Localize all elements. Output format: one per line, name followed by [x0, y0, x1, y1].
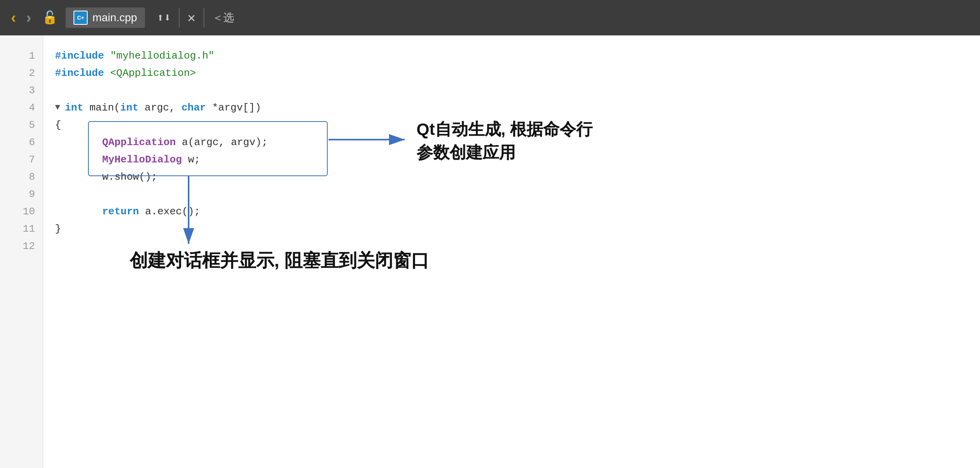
titlebar: ‹ › 🔓 C+ main.cpp ⬆⬇ ✕ ＜选 [0, 0, 980, 35]
line-num-11: 11 [23, 220, 35, 238]
qapplication-class: QApplication [102, 134, 176, 151]
line-num-12: 12 [23, 238, 35, 255]
forward-button[interactable]: › [23, 10, 35, 25]
exec-call: a.exec(); [145, 203, 200, 220]
lock-icon: 🔓 [42, 10, 58, 26]
bottom-annotation-text: 创建对话框并显示, 阻塞直到关闭窗口 [130, 248, 429, 273]
divider [179, 8, 180, 28]
editor-main: 1 2 3 4 5 6 7 8 9 10 11 12 #include "myh… [0, 35, 980, 468]
myhellodialog-class: MyHelloDialog [102, 151, 182, 168]
code-line-9 [55, 186, 980, 203]
code-area: #include "myhellodialog.h" #include <QAp… [43, 35, 980, 468]
brace-open: { [55, 116, 61, 134]
w-instance: w; [188, 151, 200, 168]
filename-label: main.cpp [92, 11, 137, 24]
code-line-4: ▼ int main(int argc, char *argv[]) [55, 99, 980, 116]
code-line-10: return a.exec(); [55, 203, 980, 220]
argc-param: argc, [145, 99, 175, 116]
close-button[interactable]: ✕ [187, 9, 195, 26]
code-line-11: } [55, 220, 980, 238]
char-keyword: char [182, 99, 206, 116]
line-num-9: 9 [29, 186, 35, 203]
code-line-8: w.show(); [55, 168, 980, 186]
include-path-1: "myhellodialog.h" [110, 47, 214, 64]
nav-buttons: ‹ › [8, 10, 34, 25]
back-button[interactable]: ‹ [8, 10, 19, 25]
include-keyword-2: #include [55, 64, 104, 82]
include-path-2: <QApplication> [110, 64, 196, 82]
int-keyword: int [65, 99, 83, 116]
line-num-6: 6 [29, 134, 35, 151]
line-num-3: 3 [29, 82, 35, 99]
select-button[interactable]: ＜选 [212, 10, 234, 25]
int-keyword-2: int [120, 99, 139, 116]
code-line-3 [55, 82, 980, 99]
line-num-7: 7 [29, 151, 35, 168]
brace-close: } [55, 220, 61, 238]
line-num-5: 5 [29, 116, 35, 134]
line-num-4: 4 [29, 99, 35, 116]
line-num-1: 1 [29, 47, 35, 64]
a-instance: a(argc, argv); [182, 134, 268, 151]
scroll-arrows-icon[interactable]: ⬆⬇ [157, 11, 171, 25]
file-tab: C+ main.cpp [66, 7, 145, 28]
return-keyword: return [102, 203, 139, 220]
divider2 [204, 8, 204, 28]
line-num-2: 2 [29, 64, 35, 82]
line-numbers: 1 2 3 4 5 6 7 8 9 10 11 12 [0, 35, 43, 468]
code-line-2: #include <QApplication> [55, 64, 980, 82]
include-keyword-1: #include [55, 47, 104, 64]
line-num-8: 8 [29, 168, 35, 186]
collapse-arrow-icon: ▼ [55, 99, 60, 116]
main-func: main( [90, 99, 120, 116]
code-line-1: #include "myhellodialog.h" [55, 47, 980, 64]
argv-param: *argv[]) [212, 99, 261, 116]
cpp-file-icon: C+ [73, 11, 88, 25]
wshow-call: w.show(); [102, 168, 157, 186]
right-annotation-text: Qt自动生成, 根据命令行 参数创建应用 [417, 118, 593, 164]
line-num-10: 10 [23, 203, 35, 220]
titlebar-actions: ⬆⬇ ✕ ＜选 [157, 8, 234, 28]
